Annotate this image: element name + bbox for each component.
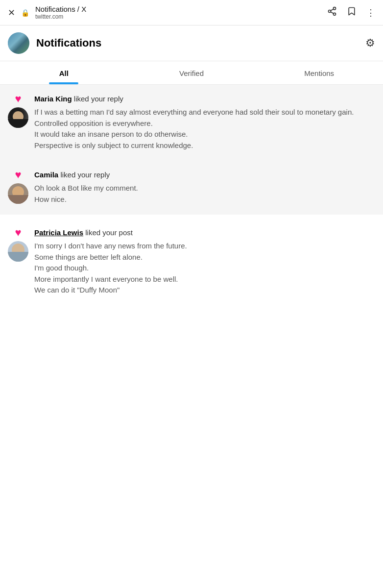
notif-user-name[interactable]: Patricia Lewis	[34, 228, 83, 237]
notif-icon-col: ♥	[8, 227, 28, 296]
share-icon[interactable]	[327, 6, 337, 19]
heart-icon: ♥	[15, 94, 21, 104]
notif-user-name[interactable]: Maria King	[34, 95, 72, 103]
page-header: Notifications ⚙	[0, 25, 383, 61]
notif-icon-col: ♥	[8, 94, 28, 151]
avatar[interactable]	[8, 107, 28, 128]
notif-user-line: Maria King liked your reply	[34, 94, 375, 104]
notif-content: Camila liked your reply Oh look a Bot li…	[34, 170, 375, 205]
notif-user-name[interactable]: Camila	[34, 171, 58, 179]
notif-action-text: liked your reply	[74, 95, 123, 103]
table-row: ♥ Maria King liked your reply If I was a…	[0, 85, 383, 161]
bookmark-icon[interactable]	[347, 6, 357, 19]
tab-verified[interactable]: Verified	[128, 61, 256, 84]
browser-title-group: Notifications / X twitter.com	[35, 5, 321, 20]
notif-user-line: Patricia Lewis liked your post	[34, 227, 375, 238]
svg-line-4	[331, 9, 334, 10]
tab-all[interactable]: All	[0, 61, 128, 84]
tabs-bar: All Verified Mentions	[0, 61, 383, 85]
notif-body-text: Oh look a Bot like my comment.How nice.	[34, 183, 375, 205]
browser-page-title: Notifications / X	[35, 5, 321, 13]
more-icon[interactable]: ⋮	[366, 7, 375, 18]
notification-group-1: ♥ Maria King liked your reply If I was a…	[0, 85, 383, 215]
notif-content: Maria King liked your reply If I was a b…	[34, 94, 375, 151]
notif-content: Patricia Lewis liked your post I'm sorry…	[34, 227, 375, 296]
heart-icon: ♥	[15, 227, 21, 238]
gear-icon[interactable]: ⚙	[365, 37, 375, 49]
notif-action-text: liked your reply	[60, 171, 110, 179]
avatar[interactable]	[8, 241, 28, 262]
notifications-list: ♥ Maria King liked your reply If I was a…	[0, 85, 383, 306]
browser-actions: ⋮	[327, 6, 375, 19]
heart-icon: ♥	[15, 170, 21, 180]
close-icon[interactable]: ✕	[8, 8, 15, 17]
avatar	[8, 32, 29, 54]
notif-body-text: I'm sorry I don't have any news from the…	[34, 241, 375, 296]
avatar[interactable]	[8, 183, 28, 204]
table-row: ♥ Patricia Lewis liked your post I'm sor…	[0, 219, 383, 306]
notif-icon-col: ♥	[8, 170, 28, 205]
svg-line-3	[331, 12, 334, 13]
tab-mentions[interactable]: Mentions	[255, 61, 383, 84]
browser-url: twitter.com	[35, 13, 321, 20]
notif-user-line: Camila liked your reply	[34, 170, 375, 180]
lock-icon: 🔒	[21, 9, 29, 17]
notif-action-text: liked your post	[85, 228, 133, 237]
page-title: Notifications	[36, 37, 365, 49]
notif-body-text: If I was a betting man I'd say almost ev…	[34, 107, 375, 151]
browser-bar: ✕ 🔒 Notifications / X twitter.com ⋮	[0, 0, 383, 25]
table-row: ♥ Camila liked your reply Oh look a Bot …	[0, 161, 383, 215]
